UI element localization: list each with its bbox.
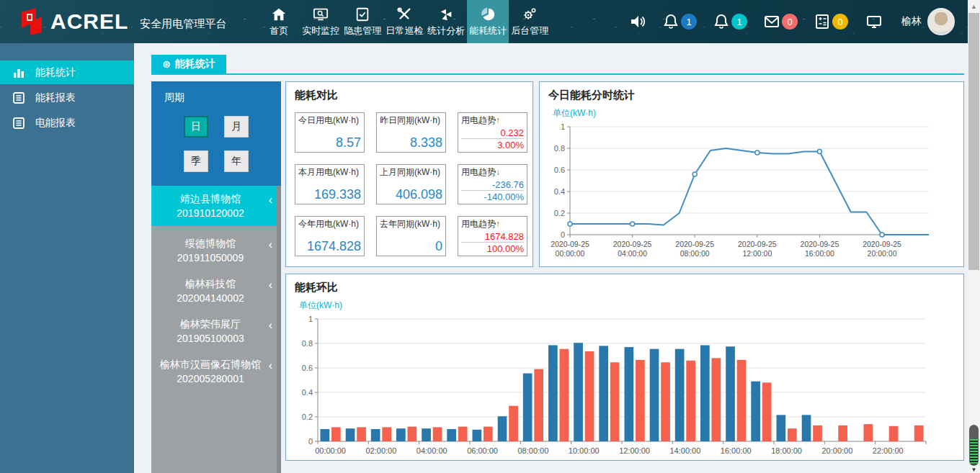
task-calculator[interactable]: 0 xyxy=(814,13,848,30)
building-name: 榆林科技馆 xyxy=(185,278,236,289)
scroll-down-arrow-icon[interactable]: ▼ xyxy=(968,467,980,473)
building-item[interactable]: 绥德博物馆 201911050009 ‹ xyxy=(151,230,281,271)
sidebar-label: 能耗统计 xyxy=(35,66,76,79)
avatar xyxy=(927,8,955,35)
period-button-day[interactable]: 日 xyxy=(184,116,208,138)
chevron-left-icon: ‹ xyxy=(269,278,272,292)
nav-label: 后台管理 xyxy=(511,24,548,37)
building-code: 201911050009 xyxy=(159,251,262,265)
trend-card-day: 用电趋势↑ 0.232 3.00% xyxy=(458,112,527,153)
alarm-bell-2[interactable]: 1 xyxy=(713,13,747,30)
scroll-up-arrow-icon[interactable]: ▲ xyxy=(968,1,980,12)
user-menu[interactable]: 榆林 xyxy=(901,8,955,35)
svg-text:1: 1 xyxy=(561,122,565,131)
nav-label: 首页 xyxy=(270,24,288,37)
tools-icon xyxy=(396,6,412,22)
period-selector: 周期 日 月 季 年 xyxy=(151,81,281,186)
nav-item-energy-stats[interactable]: 能耗统计 xyxy=(467,0,509,43)
nav-item-stat-analysis[interactable]: 统计分析 xyxy=(425,0,467,43)
building-code: 201905100003 xyxy=(159,331,262,346)
svg-text:0: 0 xyxy=(561,230,565,239)
trend-percent: 100.00% xyxy=(461,242,524,254)
ball-icon: ⊛ xyxy=(162,58,171,70)
svg-text:2020-09-25: 2020-09-25 xyxy=(675,240,714,248)
building-item[interactable]: 榆林荣伟展厅 201905100003 ‹ xyxy=(151,311,281,351)
page-scrollbar: ▲ ▼ xyxy=(968,0,980,473)
speaker-icon[interactable] xyxy=(629,13,646,30)
message-mail[interactable]: 0 xyxy=(763,13,798,30)
energy-comparison-panel: 能耗对比 今日用电(kW·h) 8.57 昨日同期(kW·h) 8.338 用电… xyxy=(285,81,533,267)
message-count-badge: 0 xyxy=(782,14,798,30)
svg-text:16:00:00: 16:00:00 xyxy=(721,446,752,455)
svg-text:20:00:00: 20:00:00 xyxy=(822,446,853,455)
building-name: 绥德博物馆 xyxy=(185,238,236,249)
building-name: 榆林荣伟展厅 xyxy=(180,318,241,330)
sidebar-item-energy-report[interactable]: 能耗报表 xyxy=(0,86,134,109)
trend-up-arrow: ↑ xyxy=(496,115,500,125)
panel-title: 能耗对比 xyxy=(286,82,533,102)
building-item[interactable]: 榆林科技馆 202004140002 ‹ xyxy=(151,271,281,311)
trend-value: 0.232 xyxy=(461,127,524,138)
chevron-left-icon: ‹ xyxy=(269,193,272,207)
trend-card-year: 用电趋势↑ 1674.828 100.00% xyxy=(458,216,527,256)
stat-card-yesterday: 昨日同期(kW·h) 8.338 xyxy=(376,112,446,153)
pie-chart-icon xyxy=(480,6,496,22)
svg-text:1: 1 xyxy=(308,315,313,323)
svg-text:10:00:00: 10:00:00 xyxy=(569,446,600,455)
svg-text:2020-09-25: 2020-09-25 xyxy=(613,240,652,248)
logo-text: ACREL xyxy=(50,9,128,34)
platform-title: 安全用电管理平台 xyxy=(140,17,226,31)
chevron-left-icon: ‹ xyxy=(269,318,272,333)
card-label: 今日用电(kW·h) xyxy=(298,114,361,127)
nav-item-home[interactable]: 首页 xyxy=(258,0,300,43)
card-value: 406.098 xyxy=(380,187,442,202)
sidebar-label: 电能报表 xyxy=(35,117,76,130)
report-icon xyxy=(12,91,25,104)
chevron-left-icon: ‹ xyxy=(269,359,272,373)
svg-text:06:00:00: 06:00:00 xyxy=(467,446,498,455)
filter-panel: 周期 日 月 季 年 靖边县博物馆 201910120002 ‹ 绥德博物馆 2… xyxy=(151,81,281,473)
sidebar-item-power-report[interactable]: 电能报表 xyxy=(0,111,134,135)
scrollbar-thumb[interactable] xyxy=(968,13,979,270)
nav-item-daily-inspection[interactable]: 日常巡检 xyxy=(383,0,425,43)
nav-item-hazard-mgmt[interactable]: 隐患管理 xyxy=(342,0,383,43)
period-button-year[interactable]: 年 xyxy=(224,150,249,172)
svg-text:00:00:00: 00:00:00 xyxy=(315,446,346,455)
brand: ACREL 安全用电管理平台 xyxy=(20,8,226,35)
card-value: 1674.828 xyxy=(298,239,361,254)
main-nav: 首页 实时监控 隐患管理 日常巡检 xyxy=(258,0,551,43)
building-name: 榆林市汉画像石博物馆 xyxy=(160,359,261,370)
card-label: 昨日同期(kW·h) xyxy=(380,114,442,127)
building-item[interactable]: 靖边县博物馆 201910120002 ‹ xyxy=(151,186,281,226)
svg-text:0.8: 0.8 xyxy=(302,339,313,348)
stat-card-last-month: 上月同期(kW·h) 406.098 xyxy=(376,164,446,204)
building-item[interactable]: 榆林市汉画像石博物馆 202005280001 ‹ xyxy=(151,351,281,392)
svg-text:2020-09-25: 2020-09-25 xyxy=(738,240,777,248)
trend-percent: -140.00% xyxy=(461,190,524,202)
period-button-quarter[interactable]: 季 xyxy=(184,150,208,172)
svg-text:0.8: 0.8 xyxy=(554,144,565,153)
monitor-icon[interactable] xyxy=(865,13,883,30)
sidebar-label: 能耗报表 xyxy=(35,91,76,104)
sidebar-item-energy-stats[interactable]: 能耗统计 xyxy=(0,60,134,84)
main-content: ⊛ 能耗统计 周期 日 月 季 年 靖边县博物馆 201910120002 ‹ xyxy=(134,43,968,473)
breadcrumb-tab[interactable]: ⊛ 能耗统计 xyxy=(151,55,226,73)
alarm-bell-1[interactable]: 1 xyxy=(662,13,697,30)
nav-item-realtime-monitor[interactable]: 实时监控 xyxy=(300,0,342,43)
card-label: 用电趋势↓ xyxy=(461,166,524,179)
stat-card-today: 今日用电(kW·h) 8.57 xyxy=(295,112,365,153)
app-root: ACREL 安全用电管理平台 首页 实时监控 隐患管理 xyxy=(0,0,980,473)
panel-title: 能耗环比 xyxy=(286,274,963,294)
nav-item-backend-mgmt[interactable]: 后台管理 xyxy=(509,0,551,43)
mail-icon xyxy=(763,13,780,30)
header-right: 1 1 0 0 xyxy=(618,8,955,35)
period-button-month[interactable]: 月 xyxy=(224,116,249,138)
svg-text:0: 0 xyxy=(308,437,313,446)
bar-chart-icon xyxy=(12,66,25,79)
building-list-scrollbar[interactable] xyxy=(277,186,281,473)
stat-card-this-year: 今年用电(kW·h) 1674.828 xyxy=(295,216,365,256)
scrollbar-marker-widget[interactable] xyxy=(969,425,979,466)
trend-card-month: 用电趋势↓ -236.76 -140.00% xyxy=(458,164,527,204)
pinwheel-icon xyxy=(438,6,454,22)
nav-label: 统计分析 xyxy=(427,24,465,37)
